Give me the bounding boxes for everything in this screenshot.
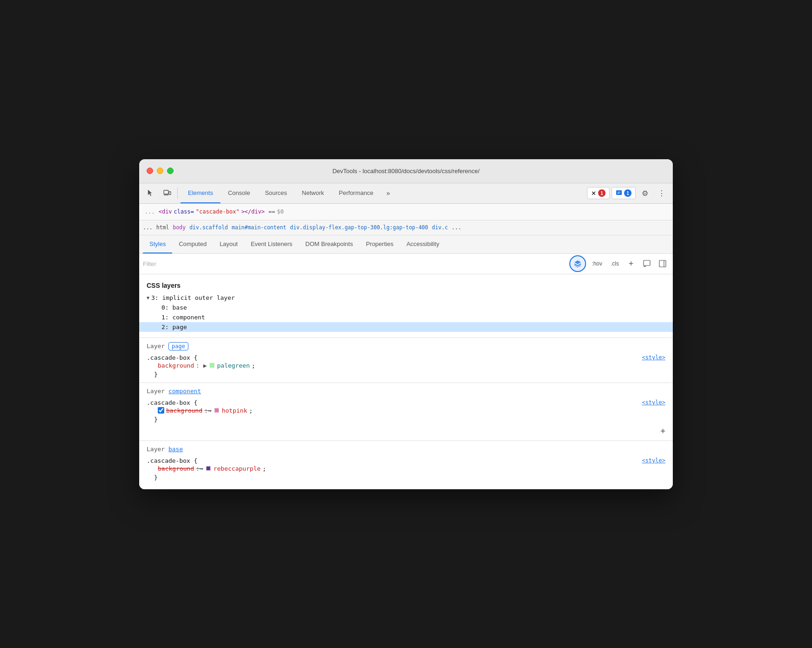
css-value-rebeccapurple: rebeccapurple — [213, 465, 261, 472]
bc-body[interactable]: body — [173, 224, 186, 231]
section-divider-2 — [139, 382, 673, 383]
css-prop-line-component: background :→ hotpink; — [147, 406, 665, 415]
bc-scaffold[interactable]: div.scaffold — [189, 224, 228, 231]
tab-computed[interactable]: Computed — [172, 235, 213, 253]
filter-bar: :hov .cls + — [139, 254, 673, 274]
css-arrow-page: : ▶ — [196, 362, 206, 369]
bc-div-c[interactable]: div.c — [432, 224, 448, 231]
layers-icon — [574, 259, 582, 268]
css-source-component[interactable]: <style> — [642, 399, 665, 406]
layer-page-badge[interactable]: page — [168, 342, 188, 350]
more-options-button[interactable]: ⋮ — [654, 186, 669, 201]
layer-label-page: 2: page — [161, 324, 187, 330]
minimize-button[interactable] — [157, 168, 163, 174]
layer-label-component: 1: component — [161, 314, 205, 321]
add-style-button[interactable]: + — [625, 257, 638, 270]
css-value-palegreen: palegreen — [217, 362, 250, 369]
tab-console[interactable]: Console — [220, 183, 258, 203]
header-right: ✕ 1 1 ⚙ ⋮ — [587, 186, 669, 201]
bc-main[interactable]: main#main-content — [232, 224, 286, 231]
tab-layout[interactable]: Layout — [213, 235, 244, 253]
layer-header-base: Layer base — [139, 443, 673, 455]
svg-rect-1 — [169, 192, 171, 194]
css-selector-component: .cascade-box { — [147, 399, 198, 406]
css-close-brace-base: } — [147, 473, 665, 482]
dom-dots: ... — [145, 208, 155, 215]
devtools-window: DevTools - localhost:8080/docs/devtools/… — [139, 159, 673, 489]
tab-network[interactable]: Network — [295, 183, 332, 203]
device-icon-button[interactable] — [160, 186, 174, 201]
layer-item-component[interactable]: 1: component — [139, 312, 673, 322]
bc-more[interactable]: ... — [451, 224, 461, 231]
dom-dollar: $0 — [277, 208, 284, 215]
css-close-brace-page: } — [147, 370, 665, 379]
dom-attr-name: class= — [174, 208, 194, 215]
message-icon — [616, 190, 622, 196]
toggle-sidebar-button[interactable] — [656, 257, 669, 270]
css-source-base[interactable]: <style> — [642, 457, 665, 464]
css-semicolon-component: ; — [249, 407, 253, 414]
css-source-page[interactable]: <style> — [642, 354, 665, 361]
svg-rect-3 — [616, 190, 622, 195]
title-bar: DevTools - localhost:8080/docs/devtools/… — [139, 159, 673, 183]
css-rule-header-base: .cascade-box { <style> — [147, 457, 665, 464]
layer-base-link[interactable]: base — [168, 446, 183, 453]
css-arrow-component: :→ — [204, 407, 212, 414]
layers-button[interactable] — [569, 255, 586, 272]
tab-event-listeners[interactable]: Event Listeners — [244, 235, 299, 253]
layer-item-base[interactable]: 0: base — [139, 303, 673, 312]
tab-dom-breakpoints[interactable]: DOM Breakpoints — [299, 235, 360, 253]
layer-component-link[interactable]: component — [168, 388, 201, 395]
css-prop-background-component: background — [166, 407, 202, 414]
tab-sources[interactable]: Sources — [258, 183, 295, 203]
breadcrumb-bar: ... html body div.scaffold main#main-con… — [139, 220, 673, 235]
section-divider-1 — [139, 337, 673, 338]
settings-button[interactable]: ⚙ — [638, 186, 652, 201]
bc-div-flex[interactable]: div.display-flex.gap-top-300.lg:gap-top-… — [290, 224, 428, 231]
hov-button[interactable]: :hov — [589, 259, 605, 269]
cursor-icon-button[interactable] — [143, 186, 158, 201]
add-rule-button[interactable]: + — [660, 427, 665, 435]
dom-equals: == — [268, 208, 275, 215]
bc-dots[interactable]: ... — [143, 224, 153, 231]
dom-tag-open: <div — [159, 208, 172, 215]
panel-tabs: Styles Computed Layout Event Listeners D… — [139, 235, 673, 254]
tab-properties[interactable]: Properties — [360, 235, 400, 253]
css-rule-component: .cascade-box { <style> background :→ hot… — [139, 397, 673, 439]
layer-header-component: Layer component — [139, 385, 673, 397]
layer-item-implicit[interactable]: ▼ 3: implicit outer layer — [139, 293, 673, 303]
css-color-swatch-hotpink[interactable] — [214, 408, 219, 413]
tab-styles[interactable]: Styles — [143, 235, 172, 253]
svg-rect-8 — [659, 260, 666, 267]
css-color-swatch-palegreen[interactable] — [210, 363, 214, 368]
layer-label-base: 0: base — [161, 304, 187, 311]
new-style-button[interactable] — [640, 257, 653, 270]
more-tabs-button[interactable]: » — [381, 186, 396, 201]
bc-html[interactable]: html — [156, 224, 169, 231]
svg-rect-0 — [164, 190, 168, 194]
tab-elements[interactable]: Elements — [180, 183, 220, 203]
new-rule-icon — [643, 260, 651, 267]
dom-attr-value: "cascade-box" — [196, 208, 239, 215]
layer-arrow-implicit: ▼ — [147, 295, 149, 300]
close-button[interactable] — [147, 168, 153, 174]
css-checkbox-hotpink[interactable] — [158, 407, 164, 414]
css-color-swatch-rebeccapurple[interactable] — [206, 466, 211, 471]
css-rule-header-page: .cascade-box { <style> — [147, 354, 665, 361]
css-prop-line-base: background :→ rebeccapurple; — [147, 464, 665, 473]
tab-accessibility[interactable]: Accessibility — [400, 235, 446, 253]
layer-item-page[interactable]: 2: page — [139, 322, 673, 332]
css-selector-page: .cascade-box { — [147, 354, 198, 361]
css-close-brace-component: } — [147, 415, 665, 424]
dom-tag-close: ></div> — [241, 208, 265, 215]
maximize-button[interactable] — [167, 168, 174, 174]
dom-bar: ... <div class="cascade-box"></div> == $… — [139, 204, 673, 220]
info-badge-button[interactable]: 1 — [612, 187, 636, 199]
filter-input[interactable] — [143, 260, 566, 267]
css-selector-base: .cascade-box { — [147, 457, 198, 464]
main-content: CSS layers ▼ 3: implicit outer layer 0: … — [139, 274, 673, 489]
filter-actions: :hov .cls + — [569, 255, 669, 272]
cls-button[interactable]: .cls — [608, 259, 622, 269]
error-badge-button[interactable]: ✕ 1 — [587, 187, 610, 199]
tab-performance[interactable]: Performance — [331, 183, 380, 203]
